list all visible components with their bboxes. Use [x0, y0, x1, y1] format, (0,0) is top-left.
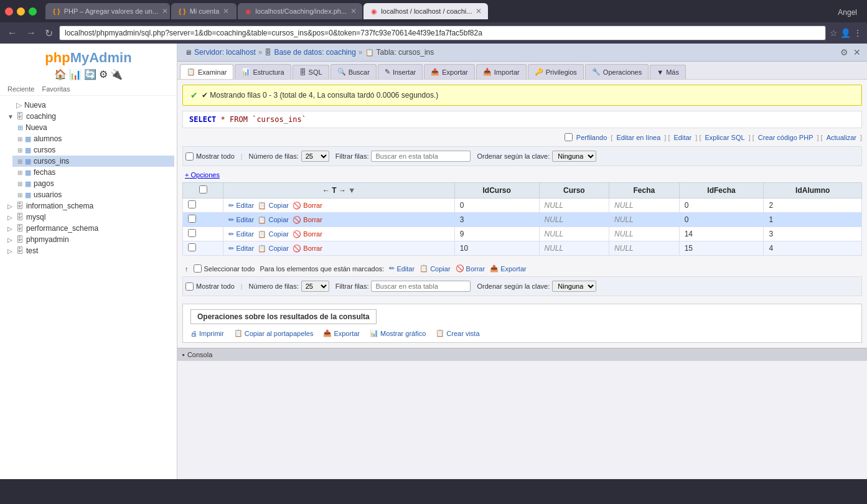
- tree-db-coaching[interactable]: ▼ 🗄 coaching: [2, 111, 174, 122]
- row-count-select-bottom[interactable]: 25 50 100: [301, 281, 329, 292]
- settings-topbar-btn[interactable]: ⚙: [839, 46, 850, 58]
- tree-table-fechas[interactable]: ⊞ ▦ fechas: [12, 167, 174, 178]
- order-select-bottom[interactable]: Ninguna: [552, 281, 596, 292]
- row-copy-0[interactable]: 📋 Copiar: [258, 202, 288, 209]
- bookmark-button[interactable]: ☆: [830, 28, 838, 38]
- th-curso[interactable]: Curso: [539, 183, 609, 198]
- th-fecha[interactable]: Fecha: [609, 183, 680, 198]
- filter-input[interactable]: [371, 151, 471, 162]
- link-editar-linea[interactable]: Editar en línea: [616, 134, 660, 141]
- row-select-0[interactable]: [188, 200, 196, 208]
- link-editar[interactable]: Editar: [674, 134, 692, 141]
- row-select-3[interactable]: [188, 243, 196, 251]
- op-exportar[interactable]: 📤 Exportar: [323, 329, 360, 337]
- row-edit-0[interactable]: ✏ Editar: [228, 202, 254, 209]
- tree-table-pagos[interactable]: ⊞ ▦ pagos: [12, 178, 174, 189]
- th-idcurso[interactable]: IdCurso: [454, 183, 539, 198]
- tree-db-performance-schema[interactable]: ▷ 🗄 performance_schema: [2, 223, 174, 234]
- link-perfilando[interactable]: Perfilando: [576, 134, 607, 141]
- row-edit-2[interactable]: ✏ Editar: [228, 230, 254, 238]
- browser-tab-4[interactable]: ◉ localhost / localhost / coachi... ✕: [363, 3, 488, 19]
- tree-db-phpmyadmin[interactable]: ▷ 🗄 phpmyadmin: [2, 234, 174, 245]
- window-maximize[interactable]: [29, 7, 37, 16]
- row-select-2[interactable]: [188, 229, 196, 237]
- plus-options-link[interactable]: + Opciones: [185, 171, 220, 179]
- row-edit-1[interactable]: ✏ Editar: [228, 216, 254, 223]
- tree-table-nueva[interactable]: ⊞ Nueva: [12, 122, 174, 133]
- tree-table-cursos[interactable]: ⊞ ▦ cursos: [12, 144, 174, 156]
- close-topbar-btn[interactable]: ✕: [852, 46, 862, 58]
- tab-operaciones[interactable]: 🔧 Operaciones: [585, 64, 649, 79]
- tree-table-cursos-ins[interactable]: ⊞ ▦ cursos_ins: [12, 156, 174, 167]
- forward-button[interactable]: →: [24, 26, 39, 40]
- op-imprimir[interactable]: 🖨 Imprimir: [190, 329, 224, 337]
- nav-favoritas[interactable]: Favoritas: [42, 85, 70, 93]
- select-all-header[interactable]: [199, 185, 207, 194]
- row-copy-2[interactable]: 📋 Copiar: [258, 230, 288, 238]
- tab-buscar[interactable]: 🔍 Buscar: [330, 64, 377, 79]
- op-crear-vista[interactable]: 📋 Crear vista: [436, 329, 479, 337]
- tab-sql[interactable]: 🗄 SQL: [293, 65, 329, 79]
- tab-close-4[interactable]: ✕: [476, 7, 482, 16]
- bottom-exportar[interactable]: 📤 Exportar: [490, 264, 527, 273]
- tab-insertar[interactable]: ✎ Insertar: [378, 64, 423, 79]
- tab-close-1[interactable]: ✕: [162, 7, 168, 16]
- address-input[interactable]: [59, 26, 826, 40]
- bottom-borrar[interactable]: 🚫 Borrar: [456, 264, 485, 273]
- plus-options[interactable]: + Opciones: [182, 170, 862, 180]
- breadcrumb-db[interactable]: Base de datos: coaching: [274, 48, 355, 57]
- tree-table-usuarios[interactable]: ⊞ ▦ usuarios: [12, 189, 174, 200]
- row-delete-1[interactable]: 🚫 Borrar: [293, 216, 322, 223]
- tree-db-information-schema[interactable]: ▷ 🗄 information_schema: [2, 200, 174, 212]
- tree-db-test[interactable]: ▷ 🗄 test: [2, 245, 174, 256]
- th-sort[interactable]: ← T → ▼: [223, 183, 454, 198]
- row-delete-3[interactable]: 🚫 Borrar: [293, 245, 322, 252]
- row-delete-0[interactable]: 🚫 Borrar: [293, 202, 322, 209]
- perfilando-checkbox[interactable]: [565, 133, 573, 141]
- bottom-editar[interactable]: ✏ Editar: [389, 264, 415, 273]
- op-copiar-portapapeles[interactable]: 📋 Copiar al portapapeles: [234, 329, 314, 337]
- tab-close-3[interactable]: ✕: [350, 7, 357, 16]
- profile-button[interactable]: 👤: [840, 28, 851, 38]
- nav-reciente[interactable]: Reciente: [7, 85, 34, 93]
- link-crear-codigo[interactable]: Crear código PHP: [758, 134, 813, 141]
- browser-tab-3[interactable]: ◉ localhost/Coaching/index.ph... ✕: [238, 3, 362, 19]
- tree-table-alumnos[interactable]: ⊞ ▦ alumnos: [12, 133, 174, 144]
- tree-db-mysql[interactable]: ▷ 🗄 mysql: [2, 212, 174, 223]
- mostrar-todo-checkbox[interactable]: [185, 152, 194, 161]
- settings-button[interactable]: ⋮: [853, 28, 862, 38]
- row-copy-3[interactable]: 📋 Copiar: [258, 245, 288, 252]
- bottom-copiar[interactable]: 📋 Copiar: [419, 264, 450, 273]
- window-minimize[interactable]: [17, 7, 25, 16]
- window-close[interactable]: [5, 7, 13, 16]
- tab-privilegios[interactable]: 🔑 Privilegios: [528, 64, 584, 79]
- row-edit-3[interactable]: ✏ Editar: [228, 245, 254, 252]
- tab-mas[interactable]: ▼ Más: [650, 65, 686, 79]
- link-explicar-sql[interactable]: Explicar SQL: [705, 134, 744, 141]
- select-all-bottom[interactable]: [194, 264, 202, 273]
- tab-importar[interactable]: 📥 Importar: [476, 64, 527, 79]
- tab-examinar[interactable]: 📋 Examinar: [180, 64, 233, 79]
- th-idfecha[interactable]: IdFecha: [679, 183, 764, 198]
- op-mostrar-grafico[interactable]: 📊 Mostrar gráfico: [370, 329, 426, 337]
- tab-exportar[interactable]: 📤 Exportar: [424, 64, 475, 79]
- row-count-select[interactable]: 25 50 100: [301, 151, 329, 162]
- breadcrumb-server[interactable]: Servidor: localhost: [194, 48, 256, 57]
- row-select-1[interactable]: [188, 215, 196, 223]
- back-button[interactable]: ←: [5, 26, 20, 40]
- row-copy-1[interactable]: 📋 Copiar: [258, 216, 288, 223]
- row-delete-2[interactable]: 🚫 Borrar: [293, 230, 322, 238]
- browser-tab-2[interactable]: { } Mi cuenta ✕: [171, 3, 237, 19]
- mostrar-todo-checkbox-bottom[interactable]: [185, 282, 194, 291]
- link-actualizar[interactable]: Actualizar: [827, 134, 856, 141]
- icon-fechas: ▦: [25, 169, 31, 177]
- tab-close-2[interactable]: ✕: [223, 7, 229, 16]
- console-bar[interactable]: ▪ Consola: [177, 348, 867, 361]
- browser-tab-1[interactable]: { } PHP – Agregar valores de un... ✕: [45, 3, 170, 19]
- reload-button[interactable]: ↻: [42, 26, 55, 40]
- order-select[interactable]: Ninguna: [552, 151, 596, 162]
- filter-input-bottom[interactable]: [371, 281, 471, 292]
- tree-item-nueva[interactable]: ▷ Nueva: [2, 100, 174, 111]
- th-idalumno[interactable]: IdAlumno: [764, 183, 862, 198]
- tab-estructura[interactable]: 📊 Estructura: [235, 64, 291, 79]
